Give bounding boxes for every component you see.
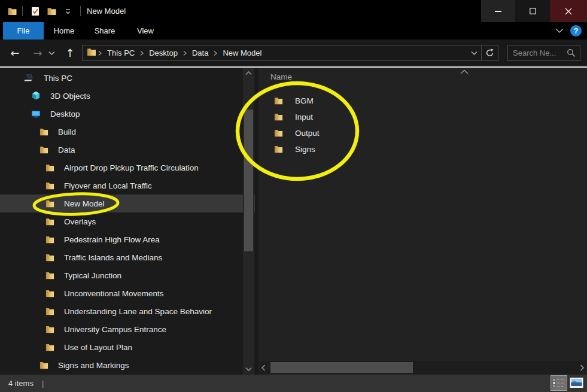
breadcrumb-item-this-pc[interactable]: This PC bbox=[104, 45, 138, 60]
tab-view[interactable]: View bbox=[125, 22, 166, 39]
breadcrumb-item-new-model[interactable]: New Model bbox=[219, 45, 265, 60]
address-bar[interactable]: This PCDesktopDataNew Model bbox=[82, 45, 498, 61]
sidebar-item-new-model[interactable]: New Model bbox=[0, 195, 255, 212]
sidebar-item-label: Overlays bbox=[64, 217, 96, 226]
sidebar-item-typical-junction[interactable]: Typical Junction bbox=[0, 266, 255, 284]
sidebar-item-label: Pedestrain High Flow Area bbox=[64, 235, 160, 244]
tab-file[interactable]: File bbox=[3, 22, 44, 39]
folder-icon bbox=[45, 181, 59, 190]
forward-button[interactable]: → bbox=[30, 48, 45, 59]
qat-customize-dropdown-button[interactable] bbox=[60, 7, 75, 16]
sidebar-item-overlays[interactable]: Overlays bbox=[0, 212, 255, 230]
sidebar-item-traffic-islands-and-medians[interactable]: Traffic Islands and Medians bbox=[0, 248, 255, 266]
tab-home[interactable]: Home bbox=[44, 22, 84, 39]
file-name-label: Signs bbox=[295, 145, 315, 154]
ribbon-collapse-button[interactable] bbox=[555, 28, 564, 34]
scroll-up-icon[interactable] bbox=[243, 71, 254, 75]
sidebar-item-use-of-layout-plan[interactable]: Use of Layout Plan bbox=[0, 338, 255, 356]
sidebar-item-flyover-and-local-traffic[interactable]: Flyover and Local Traffic bbox=[0, 177, 255, 195]
folder-icon bbox=[45, 289, 59, 298]
item-count: 4 items bbox=[8, 379, 34, 388]
sort-ascending-icon[interactable] bbox=[460, 69, 469, 75]
qat-new-folder-button[interactable] bbox=[43, 5, 60, 17]
search-box[interactable]: Search Ne... bbox=[507, 45, 580, 61]
breadcrumb-item-data[interactable]: Data bbox=[188, 45, 212, 60]
desktop-icon bbox=[31, 110, 41, 118]
scroll-left-icon[interactable] bbox=[261, 361, 266, 374]
horizontal-scrollbar-thumb[interactable] bbox=[270, 362, 413, 373]
scroll-right-icon[interactable] bbox=[580, 361, 585, 374]
sidebar-item-label: Airport Drop Pickup Traffic Circulation bbox=[64, 163, 199, 172]
3d-objects-icon bbox=[31, 91, 41, 101]
up-button[interactable]: ↑ bbox=[62, 48, 78, 59]
details-view-button[interactable] bbox=[550, 375, 567, 391]
tab-share[interactable]: Share bbox=[84, 22, 125, 39]
content-area: This PC3D ObjectsDesktopBuildDataAirport… bbox=[0, 68, 587, 375]
chevron-right-icon bbox=[213, 50, 218, 56]
file-row-signs[interactable]: Signs bbox=[258, 141, 587, 157]
file-row-input[interactable]: Input bbox=[258, 109, 587, 125]
monitor-icon bbox=[31, 110, 45, 118]
search-icon[interactable] bbox=[567, 48, 576, 57]
sidebar-item-this-pc[interactable]: This PC bbox=[0, 69, 255, 87]
breadcrumb-separator-icon[interactable] bbox=[96, 50, 104, 56]
folder-icon bbox=[45, 235, 54, 244]
folder-icon bbox=[45, 217, 54, 226]
folder-icon bbox=[45, 217, 59, 226]
cube-icon bbox=[31, 91, 45, 101]
column-header-name[interactable]: Name bbox=[270, 72, 292, 81]
thumbnails-view-button[interactable] bbox=[569, 376, 584, 390]
file-row-bgm[interactable]: BGM bbox=[258, 93, 587, 109]
file-name-label: BGM bbox=[295, 96, 314, 105]
back-button[interactable]: ← bbox=[7, 48, 23, 59]
sidebar-item-understanding-lane-and-space-behavior[interactable]: Understanding Lane and Space Behavior bbox=[0, 302, 255, 320]
search-input[interactable]: Search Ne... bbox=[513, 48, 567, 57]
sidebar-item-airport-drop-pickup-traffic-circulation[interactable]: Airport Drop Pickup Traffic Circulation bbox=[0, 159, 255, 177]
file-name-label: Output bbox=[295, 129, 320, 138]
breadcrumb-separator-icon[interactable] bbox=[181, 50, 188, 56]
folder-icon bbox=[39, 127, 53, 136]
sidebar-item-pedestrain-high-flow-area[interactable]: Pedestrain High Flow Area bbox=[0, 230, 255, 248]
sidebar-item-label: Understanding Lane and Space Behavior bbox=[64, 307, 212, 316]
folder-icon bbox=[274, 145, 283, 154]
folder-icon bbox=[39, 361, 48, 370]
sidebar-item-signs-and-markings[interactable]: Signs and Markings bbox=[0, 356, 255, 374]
file-row-output[interactable]: Output bbox=[258, 125, 587, 141]
sidebar-item-build[interactable]: Build bbox=[0, 123, 255, 141]
help-button[interactable]: ? bbox=[570, 25, 582, 37]
details-view-icon bbox=[552, 378, 565, 388]
horizontal-scrollbar[interactable] bbox=[260, 361, 586, 374]
pc-icon bbox=[24, 74, 39, 83]
sidebar-item-university-campus-entrance[interactable]: University Campus Entrance bbox=[0, 320, 255, 338]
recent-locations-button[interactable] bbox=[45, 51, 57, 56]
breadcrumb-item-desktop[interactable]: Desktop bbox=[145, 45, 181, 60]
sidebar-item-label: Data bbox=[58, 145, 75, 154]
folder-icon bbox=[274, 113, 283, 121]
statusbar-separator: | bbox=[42, 379, 44, 388]
folder-icon bbox=[45, 343, 54, 352]
sidebar-item-data[interactable]: Data bbox=[0, 141, 255, 159]
sidebar-item-unconventional-movements[interactable]: Unconventional Movements bbox=[0, 284, 255, 302]
sidebar-item-3d-objects[interactable]: 3D Objects bbox=[0, 87, 255, 105]
sidebar-item-desktop[interactable]: Desktop bbox=[0, 105, 255, 123]
refresh-button[interactable] bbox=[482, 45, 498, 60]
sidebar-scrollbar[interactable] bbox=[243, 68, 254, 375]
address-dropdown-button[interactable] bbox=[467, 45, 481, 60]
explorer-window: New Model FileHomeShareView ? bbox=[0, 0, 587, 392]
minimize-button[interactable] bbox=[481, 0, 515, 22]
folder-icon bbox=[45, 325, 59, 334]
close-button[interactable] bbox=[550, 0, 587, 22]
minimize-icon bbox=[495, 11, 501, 12]
sidebar-item-label: Build bbox=[58, 127, 76, 136]
breadcrumb: This PCDesktopDataNew Model bbox=[96, 45, 265, 60]
maximize-button[interactable] bbox=[515, 0, 550, 22]
folder-icon bbox=[45, 235, 59, 244]
breadcrumb-separator-icon[interactable] bbox=[212, 50, 219, 56]
breadcrumb-separator-icon[interactable] bbox=[138, 50, 145, 56]
sidebar-scrollbar-thumb[interactable] bbox=[244, 110, 253, 251]
folder-icon bbox=[45, 181, 54, 190]
folder-icon bbox=[45, 289, 54, 298]
titlebar-separator bbox=[22, 6, 23, 16]
scroll-down-icon[interactable] bbox=[243, 367, 254, 372]
qat-properties-button[interactable] bbox=[28, 5, 43, 17]
